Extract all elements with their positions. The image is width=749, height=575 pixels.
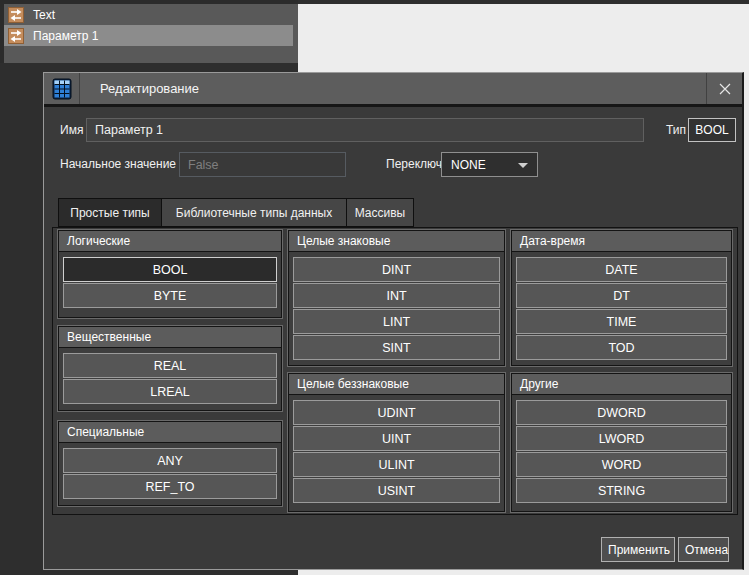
- application-window: Text Параметр 1: [0, 0, 749, 575]
- tab-label: Библиотечные типы данных: [176, 206, 332, 220]
- type-button-ulint[interactable]: ULINT: [293, 452, 500, 477]
- type-button-real[interactable]: REAL: [63, 353, 277, 378]
- type-button-ref-to[interactable]: REF_TO: [63, 474, 277, 499]
- type-button-word[interactable]: WORD: [516, 452, 727, 477]
- list-item-parameter-selected[interactable]: Параметр 1: [4, 25, 293, 46]
- edit-dialog: Редактирование Имя Тип BOOL Начальное зн…: [43, 72, 744, 570]
- group-title: Логические: [59, 231, 281, 252]
- type-button-uint[interactable]: UINT: [293, 426, 500, 451]
- type-button-dint[interactable]: DINT: [293, 257, 500, 282]
- list-item-text[interactable]: Text: [4, 4, 298, 25]
- group-other: Другие DWORD LWORD WORD STRING: [511, 373, 732, 512]
- group-special: Специальные ANY REF_TO: [58, 421, 282, 506]
- parameter-list-inner: Text Параметр 1: [4, 4, 298, 63]
- tab-library-types[interactable]: Библиотечные типы данных: [162, 198, 347, 227]
- type-button-string[interactable]: STRING: [516, 478, 727, 503]
- group-signed-int: Целые знаковые DINT INT LINT SINT: [288, 230, 505, 366]
- parameter-list: Text Параметр 1: [0, 0, 298, 63]
- tab-bar: Простые типы Библиотечные типы данных Ма…: [58, 198, 414, 227]
- tab-label: Массивы: [355, 206, 406, 220]
- type-button-time[interactable]: TIME: [516, 309, 727, 334]
- parameter-swap-icon: [8, 28, 24, 44]
- apply-button[interactable]: Применить: [601, 537, 675, 562]
- group-title: Вещественные: [59, 327, 281, 348]
- group-title: Специальные: [59, 422, 281, 443]
- type-button-sint[interactable]: SINT: [293, 335, 500, 360]
- type-button-lint[interactable]: LINT: [293, 309, 500, 334]
- type-button-udint[interactable]: UDINT: [293, 400, 500, 425]
- group-logical: Логические BOOL BYTE: [58, 230, 282, 318]
- type-button-dword[interactable]: DWORD: [516, 400, 727, 425]
- type-button-usint[interactable]: USINT: [293, 478, 500, 503]
- type-value-box: BOOL: [688, 118, 736, 142]
- type-button-dt[interactable]: DT: [516, 283, 727, 308]
- switch-dropdown-value: NONE: [451, 158, 486, 172]
- dialog-body: Имя Тип BOOL Начальное значение Переключ…: [44, 107, 742, 569]
- dialog-icon-cell: [44, 73, 80, 104]
- dialog-title: Редактирование: [80, 73, 706, 104]
- type-value: BOOL: [695, 123, 728, 137]
- close-button[interactable]: [706, 73, 742, 104]
- type-button-byte[interactable]: BYTE: [63, 283, 277, 308]
- type-label: Тип: [666, 118, 686, 142]
- type-button-tod[interactable]: TOD: [516, 335, 727, 360]
- type-button-bool[interactable]: BOOL: [63, 257, 277, 282]
- name-label: Имя: [60, 118, 83, 142]
- cancel-button[interactable]: Отмена: [678, 537, 729, 562]
- initial-value-label: Начальное значение: [60, 152, 176, 177]
- tab-simple-types[interactable]: Простые типы: [58, 198, 162, 227]
- list-item-label: Параметр 1: [33, 29, 98, 43]
- type-button-lreal[interactable]: LREAL: [63, 379, 277, 404]
- chevron-down-icon: [518, 163, 528, 168]
- type-button-int[interactable]: INT: [293, 283, 500, 308]
- group-title: Другие: [512, 374, 731, 395]
- group-unsigned-int: Целые беззнаковые UDINT UINT ULINT USINT: [288, 373, 505, 512]
- close-x-icon: [718, 82, 732, 96]
- group-title: Целые беззнаковые: [289, 374, 504, 395]
- group-datetime: Дата-время DATE DT TIME TOD: [511, 230, 732, 366]
- tab-label: Простые типы: [70, 206, 149, 220]
- grid-table-icon: [52, 78, 72, 100]
- list-item-label: Text: [33, 8, 55, 22]
- tab-arrays[interactable]: Массивы: [347, 198, 414, 227]
- initial-value-input[interactable]: [179, 152, 346, 177]
- parameter-swap-icon: [8, 7, 24, 23]
- switch-dropdown[interactable]: NONE: [441, 152, 538, 177]
- dialog-titlebar[interactable]: Редактирование: [44, 73, 742, 107]
- name-input[interactable]: [86, 118, 644, 142]
- group-title: Дата-время: [512, 231, 731, 252]
- type-button-date[interactable]: DATE: [516, 257, 727, 282]
- simple-types-panel: Логические BOOL BYTE Вещественные REAL L…: [52, 227, 738, 515]
- group-real: Вещественные REAL LREAL: [58, 326, 282, 411]
- group-title: Целые знаковые: [289, 231, 504, 252]
- type-button-lword[interactable]: LWORD: [516, 426, 727, 451]
- type-button-any[interactable]: ANY: [63, 448, 277, 473]
